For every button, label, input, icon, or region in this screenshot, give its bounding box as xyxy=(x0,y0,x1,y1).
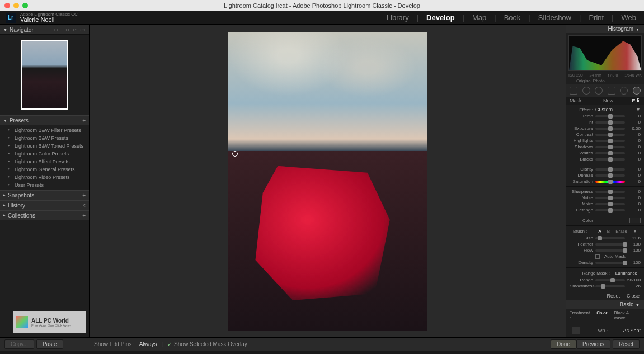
preset-item[interactable]: Lightroom B&W Filter Presets xyxy=(0,126,89,134)
overlay-label[interactable]: Show Selected Mask Overlay xyxy=(174,341,247,347)
history-header[interactable]: ▸History× xyxy=(0,200,89,210)
preset-item[interactable]: Lightroom Color Presets xyxy=(0,150,89,158)
wb-value[interactable]: As Shot xyxy=(610,328,641,333)
preset-item[interactable]: Lightroom General Presets xyxy=(0,166,89,173)
original-photo-checkbox[interactable] xyxy=(570,79,574,83)
nav-3to1[interactable]: 3:1 xyxy=(80,28,86,32)
brush-tool-icon[interactable] xyxy=(633,87,641,95)
tint-slider[interactable] xyxy=(595,121,625,124)
preset-item[interactable]: Lightroom Effect Presets xyxy=(0,158,89,166)
preset-item[interactable]: Lightroom Video Presets xyxy=(0,173,89,181)
preset-item[interactable]: Lightroom B&W Toned Presets xyxy=(0,142,89,150)
navigator-thumbnail[interactable] xyxy=(21,40,68,110)
history-title: History xyxy=(8,202,25,209)
preset-item[interactable]: Lightroom B&W Presets xyxy=(0,134,89,142)
mask-new[interactable]: New xyxy=(603,98,613,103)
chevron-down-icon[interactable]: ▼ xyxy=(636,107,641,112)
density-label: Density xyxy=(570,260,593,265)
radial-tool-icon[interactable] xyxy=(620,87,628,95)
module-develop[interactable]: Develop xyxy=(424,13,457,22)
saturation-slider[interactable] xyxy=(595,181,625,183)
snapshots-header[interactable]: ▸Snapshots+ xyxy=(0,190,89,200)
chevron-right-icon: ▸ xyxy=(3,203,6,207)
treatment-bw[interactable]: Black & White xyxy=(614,310,641,320)
highlights-slider[interactable] xyxy=(595,140,625,142)
dehaze-slider[interactable] xyxy=(595,174,625,177)
histogram-header[interactable]: Histogram▼ xyxy=(566,25,644,33)
navigator-header[interactable]: ▼ Navigator FIT FILL 1:1 3:1 xyxy=(0,25,89,35)
app-header: Lr Adobe Lightroom Classic CC Valerie No… xyxy=(0,11,644,25)
range-slider[interactable] xyxy=(595,279,625,281)
brush-a[interactable]: A xyxy=(598,229,601,234)
whites-slider[interactable] xyxy=(595,152,625,154)
color-swatch[interactable] xyxy=(629,218,641,223)
show-pins-value[interactable]: Always xyxy=(139,341,157,347)
module-library[interactable]: Library xyxy=(384,13,411,22)
smooth-slider[interactable] xyxy=(595,285,625,287)
preset-item[interactable]: User Presets xyxy=(0,181,89,189)
presets-header[interactable]: ▼ Presets + xyxy=(0,115,89,125)
module-book[interactable]: Book xyxy=(502,13,523,22)
slider-label: Blacks xyxy=(570,157,593,162)
slider-value: 0 xyxy=(627,157,641,162)
add-preset-icon[interactable]: + xyxy=(82,117,86,124)
range-value: 58/100 xyxy=(627,277,641,282)
checkmark-icon[interactable]: ✓ xyxy=(167,341,172,347)
collections-header[interactable]: ▸Collections+ xyxy=(0,210,89,220)
add-collection-icon[interactable]: + xyxy=(82,213,86,219)
add-snapshot-icon[interactable]: + xyxy=(82,192,86,199)
eyedropper-icon[interactable] xyxy=(572,327,580,334)
adjustment-pin-icon[interactable] xyxy=(232,151,238,157)
module-print[interactable]: Print xyxy=(586,13,606,22)
previous-button[interactable]: Previous xyxy=(576,339,610,349)
clear-history-icon[interactable]: × xyxy=(82,202,86,209)
collections-title: Collections xyxy=(8,213,35,219)
module-web[interactable]: Web xyxy=(619,13,639,22)
basic-header[interactable]: Basic▼ xyxy=(566,300,644,309)
defringe-slider[interactable] xyxy=(595,209,625,211)
moire-slider[interactable] xyxy=(595,203,625,205)
temp-slider[interactable] xyxy=(595,115,625,117)
photo-preview[interactable] xyxy=(228,32,427,331)
nav-fit[interactable]: FIT xyxy=(54,28,60,32)
gradient-tool-icon[interactable] xyxy=(608,87,615,95)
module-slideshow[interactable]: Slideshow xyxy=(536,13,574,22)
module-map[interactable]: Map xyxy=(470,13,488,22)
shadows-slider[interactable] xyxy=(595,146,625,148)
clarity-slider[interactable] xyxy=(595,168,625,171)
contrast-slider[interactable] xyxy=(595,134,625,136)
blacks-slider[interactable] xyxy=(595,158,625,161)
exposure-slider[interactable] xyxy=(595,128,625,130)
flow-slider[interactable] xyxy=(595,249,625,252)
nav-fill[interactable]: FILL xyxy=(63,28,70,32)
sharpness-slider[interactable] xyxy=(595,191,625,193)
watermark: ALL PC World Free Apps One Click Away xyxy=(13,311,86,333)
histogram[interactable] xyxy=(568,35,642,71)
window-title: Lightroom Catalog.lrcat - Adobe Photosho… xyxy=(0,2,644,9)
size-slider[interactable] xyxy=(595,237,625,239)
automask-checkbox[interactable] xyxy=(595,254,600,259)
rangemask-mode[interactable]: Luminance xyxy=(615,271,637,276)
mask-reset[interactable]: Reset xyxy=(607,293,620,299)
done-button[interactable]: Done xyxy=(551,339,576,349)
treatment-color[interactable]: Color xyxy=(596,310,607,320)
mask-edit[interactable]: Edit xyxy=(632,98,641,103)
crop-tool-icon[interactable] xyxy=(570,87,577,95)
spot-tool-icon[interactable] xyxy=(582,87,590,95)
brush-b[interactable]: B xyxy=(607,229,610,234)
noise-slider[interactable] xyxy=(595,197,625,199)
nav-1to1[interactable]: 1:1 xyxy=(73,28,78,32)
mask-close[interactable]: Close xyxy=(627,293,640,299)
density-value: 100 xyxy=(627,260,641,265)
copy-button[interactable]: Copy... xyxy=(4,339,34,349)
slider-label: Highlights xyxy=(570,138,593,143)
paste-button[interactable]: Paste xyxy=(36,339,63,349)
chevron-down-icon[interactable]: ▼ xyxy=(633,229,637,234)
redeye-tool-icon[interactable] xyxy=(595,87,603,95)
effect-value[interactable]: Custom xyxy=(595,107,633,112)
density-slider[interactable] xyxy=(595,262,625,264)
brush-erase[interactable]: Erase xyxy=(615,229,627,234)
reset-button[interactable]: Reset xyxy=(613,339,640,349)
feather-slider[interactable] xyxy=(595,243,625,246)
module-picker: Library| Develop| Map| Book| Slideshow| … xyxy=(384,13,638,22)
